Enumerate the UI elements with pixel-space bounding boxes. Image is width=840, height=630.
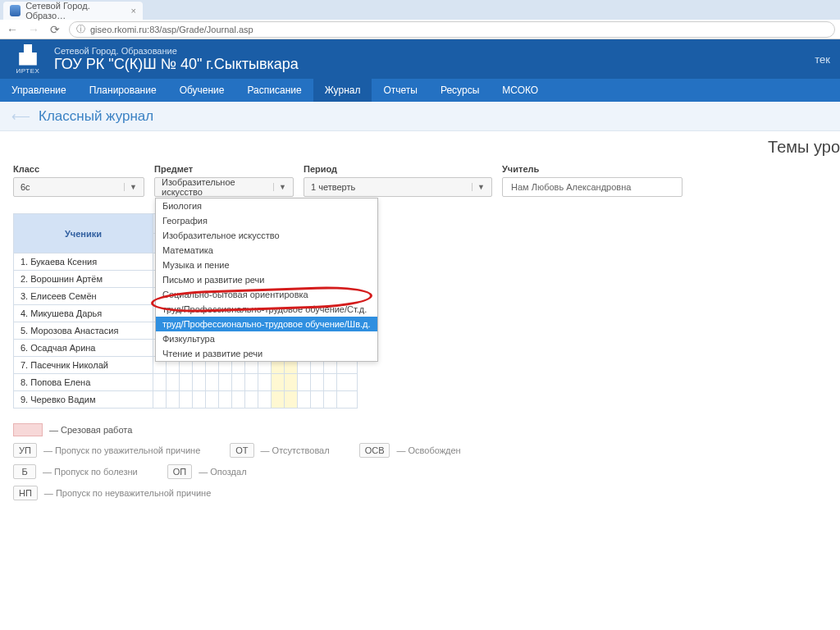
- chevron-down-icon: ▼: [273, 183, 286, 191]
- subject-dropdown: БиологияГеографияИзобразительное искусст…: [155, 198, 378, 362]
- grade-cell[interactable]: [311, 391, 324, 409]
- subject-option[interactable]: Музыка и пение: [156, 258, 377, 272]
- url-text: giseo.rkomi.ru:83/asp/Grade/Journal.asp: [90, 25, 253, 34]
- close-icon[interactable]: ×: [131, 6, 136, 16]
- filters-row: Класс 6с ▼ Предмет Изобразительное искус…: [13, 164, 827, 197]
- class-value: 6с: [21, 182, 30, 192]
- back-arrow-icon[interactable]: ⟵: [11, 108, 30, 124]
- subject-option[interactable]: Биология: [156, 199, 377, 213]
- grade-cell[interactable]: [298, 391, 311, 409]
- subject-option[interactable]: труд/Профессионально-трудовое обучение/С…: [156, 302, 377, 317]
- info-icon: ⓘ: [76, 23, 85, 35]
- app-titles: Сетевой Город. Образование ГОУ РК "С(К)Ш…: [54, 46, 299, 73]
- nav-item-0[interactable]: Управление: [0, 79, 78, 102]
- legend: — Срезовая работа УП — Пропуск по уважит…: [13, 423, 827, 500]
- grade-cell[interactable]: [324, 374, 337, 391]
- grade-cell[interactable]: [272, 374, 285, 391]
- grade-cell[interactable]: [167, 391, 180, 409]
- grade-cell[interactable]: [298, 374, 311, 391]
- filter-subject-label: Предмет: [154, 164, 294, 174]
- grade-cell[interactable]: [272, 391, 285, 409]
- legend-badge-np: НП: [13, 486, 38, 500]
- browser-tabs-row: Сетевой Город. Образо… ×: [0, 0, 840, 20]
- subject-option[interactable]: Изобразительное искусство: [156, 228, 377, 243]
- period-value: 1 четверть: [311, 182, 355, 192]
- subject-option[interactable]: труд/Профессионально-трудовое обучение/Ш…: [156, 317, 377, 331]
- grade-cell[interactable]: [180, 391, 193, 409]
- grade-cell[interactable]: [153, 374, 167, 391]
- grade-cell[interactable]: [232, 374, 245, 391]
- subject-option[interactable]: Математика: [156, 243, 377, 258]
- filter-class-label: Класс: [13, 164, 144, 174]
- period-select[interactable]: 1 четверть ▼: [304, 177, 492, 197]
- nav-item-4[interactable]: Журнал: [313, 79, 372, 102]
- themes-heading: Темы уро: [768, 138, 840, 157]
- nav-item-3[interactable]: Расписание: [236, 79, 313, 102]
- grade-cell[interactable]: [285, 374, 298, 391]
- grade-cell[interactable]: [232, 391, 245, 409]
- grade-cell[interactable]: [193, 374, 206, 391]
- grade-cell[interactable]: [219, 391, 232, 409]
- logo-icon: [13, 44, 43, 66]
- subject-option[interactable]: Социально-бытовая ориентировка: [156, 287, 377, 302]
- browser-tab[interactable]: Сетевой Город. Образо… ×: [3, 2, 143, 20]
- grade-cell[interactable]: [153, 391, 167, 409]
- app-logo: ИРТЕХ: [10, 43, 46, 75]
- legend-badge-b: Б: [13, 464, 36, 479]
- student-name: 8. Попова Елена: [14, 374, 153, 391]
- grade-cell[interactable]: [219, 374, 232, 391]
- grade-cell[interactable]: [180, 374, 193, 391]
- grade-cell[interactable]: [258, 374, 272, 391]
- chevron-down-icon: ▼: [472, 183, 485, 191]
- grade-cell[interactable]: [206, 374, 219, 391]
- reload-icon[interactable]: ⟳: [48, 23, 62, 36]
- nav-item-5[interactable]: Отчеты: [372, 79, 428, 102]
- page-title-bar: ⟵ Классный журнал: [0, 102, 840, 131]
- nav-item-1[interactable]: Планирование: [78, 79, 168, 102]
- legend-np-text: — Пропуск по неуважительной причине: [44, 488, 211, 498]
- grade-cell[interactable]: [311, 374, 324, 391]
- app-title: ГОУ РК "С(К)Ш № 40" г.Сыктывкара: [54, 56, 299, 73]
- back-icon[interactable]: ←: [5, 23, 20, 36]
- subject-option[interactable]: Чтение и развитие речи: [156, 346, 377, 361]
- legend-up-text: — Пропуск по уважительной причине: [43, 445, 200, 455]
- app-header: ИРТЕХ Сетевой Город. Образование ГОУ РК …: [0, 39, 840, 79]
- grade-cell[interactable]: [285, 391, 298, 409]
- students-header: Ученики: [14, 214, 153, 253]
- header-right: тек: [815, 53, 830, 66]
- grade-cell[interactable]: [337, 374, 358, 391]
- table-row: 8. Попова Елена: [14, 374, 358, 391]
- browser-chrome: Сетевой Город. Образо… × ← → ⟳ ⓘ giseo.r…: [0, 0, 840, 39]
- grade-cell[interactable]: [206, 391, 219, 409]
- table-row: 9. Черевко Вадим: [14, 391, 358, 409]
- student-name: 6. Осадчая Арина: [14, 340, 153, 357]
- grade-cell[interactable]: [324, 391, 337, 409]
- nav-item-2[interactable]: Обучение: [168, 79, 236, 102]
- grade-cell[interactable]: [193, 391, 206, 409]
- nav-item-7[interactable]: МСОКО: [491, 79, 550, 102]
- app-subtitle: Сетевой Город. Образование: [54, 46, 299, 56]
- grade-cell[interactable]: [245, 374, 258, 391]
- class-select[interactable]: 6с ▼: [13, 177, 144, 197]
- filter-class: Класс 6с ▼: [13, 164, 144, 197]
- subject-option[interactable]: География: [156, 213, 377, 228]
- legend-srez: — Срезовая работа: [49, 425, 132, 435]
- grade-cell[interactable]: [245, 391, 258, 409]
- student-name: 5. Морозова Анастасия: [14, 322, 153, 340]
- forward-icon[interactable]: →: [26, 23, 41, 36]
- legend-badge-up: УП: [13, 443, 37, 458]
- subject-select[interactable]: Изобразительное искусство ▼ БиологияГеог…: [154, 177, 294, 197]
- legend-badge-ot: ОТ: [230, 443, 253, 458]
- subject-option[interactable]: Письмо и развитие речи: [156, 272, 377, 287]
- address-bar[interactable]: ⓘ giseo.rkomi.ru:83/asp/Grade/Journal.as…: [69, 21, 835, 38]
- grade-cell[interactable]: [337, 391, 358, 409]
- grade-cell[interactable]: [167, 374, 180, 391]
- page-title: Классный журнал: [39, 108, 153, 125]
- subject-value: Изобразительное искусство: [162, 177, 273, 197]
- grade-cell[interactable]: [258, 391, 272, 409]
- nav-item-6[interactable]: Ресурсы: [429, 79, 491, 102]
- student-name: 2. Ворошнин Артём: [14, 271, 153, 288]
- teacher-value: Нам Любовь Александровна: [502, 177, 682, 197]
- content: Темы уро Класс 6с ▼ Предмет Изобразитель…: [0, 131, 840, 520]
- subject-option[interactable]: Физкультура: [156, 331, 377, 346]
